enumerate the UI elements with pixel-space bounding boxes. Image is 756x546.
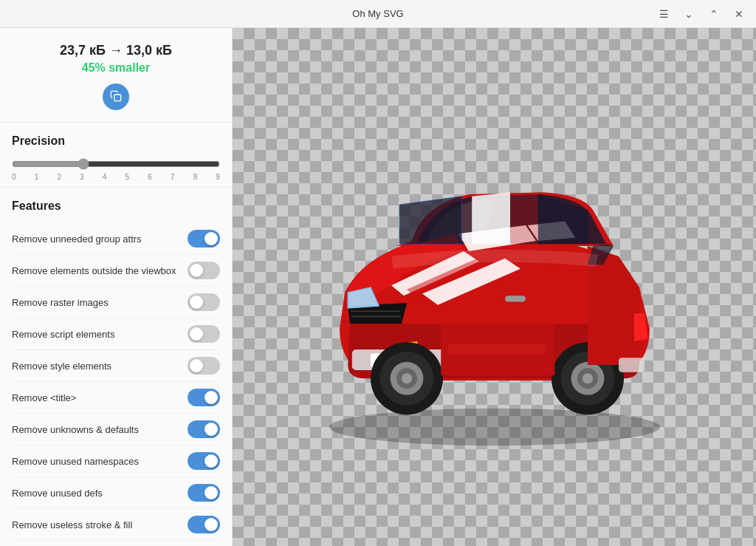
chevron-down-button[interactable]: ⌄ bbox=[678, 3, 700, 25]
svg-rect-15 bbox=[505, 296, 526, 301]
precision-title: Precision bbox=[12, 134, 220, 148]
precision-section: Precision 0 1 2 3 4 5 6 7 8 9 bbox=[0, 123, 232, 188]
toggle-slider bbox=[188, 230, 220, 248]
feature-label: Remove <title> bbox=[12, 392, 76, 403]
svg-rect-0 bbox=[114, 95, 121, 101]
toggle-slider bbox=[188, 452, 220, 470]
main-content: 23,7 кБ → 13,0 кБ 45% smaller Precision bbox=[0, 28, 756, 546]
features-title: Features bbox=[12, 199, 220, 213]
feature-toggle[interactable] bbox=[188, 420, 220, 438]
feature-toggle[interactable] bbox=[188, 389, 220, 406]
feature-row: Remove unused defs bbox=[12, 477, 220, 509]
app-title: Oh My SVG bbox=[352, 8, 403, 19]
feature-row: Remove useless stroke & fill bbox=[12, 509, 220, 541]
feature-label: Remove script elements bbox=[12, 329, 114, 340]
toggle-slider bbox=[188, 293, 220, 311]
copy-icon bbox=[110, 90, 122, 104]
svg-point-1 bbox=[329, 408, 660, 445]
features-list: Remove unneeded group attrsRemove elemen… bbox=[12, 223, 220, 541]
feature-toggle[interactable] bbox=[188, 357, 220, 375]
toggle-slider bbox=[188, 262, 220, 279]
feature-label: Remove raster images bbox=[12, 297, 109, 308]
file-size-info: 23,7 кБ → 13,0 кБ bbox=[12, 43, 220, 58]
feature-label: Remove unused namespaces bbox=[12, 456, 139, 467]
toggle-slider bbox=[188, 420, 220, 438]
left-panel: 23,7 кБ → 13,0 кБ 45% smaller Precision bbox=[0, 28, 233, 546]
feature-label: Remove useless stroke & fill bbox=[12, 519, 132, 530]
car-image bbox=[281, 73, 709, 502]
feature-toggle[interactable] bbox=[188, 452, 220, 470]
new-size: 13,0 кБ bbox=[126, 43, 172, 58]
svg-point-13 bbox=[583, 373, 593, 383]
feature-toggle[interactable] bbox=[188, 325, 220, 343]
feature-toggle[interactable] bbox=[188, 262, 220, 279]
feature-row: Remove <title> bbox=[12, 382, 220, 414]
precision-slider-wrapper: 0 1 2 3 4 5 6 7 8 9 bbox=[12, 158, 220, 181]
feature-row: Remove style elements bbox=[12, 350, 220, 382]
feature-row: Remove unneeded group attrs bbox=[12, 223, 220, 255]
chevron-up-button[interactable]: ⌃ bbox=[703, 3, 725, 25]
slider-labels: 0 1 2 3 4 5 6 7 8 9 bbox=[12, 173, 220, 181]
feature-row: Remove script elements bbox=[12, 318, 220, 350]
copy-button[interactable] bbox=[103, 83, 129, 110]
feature-toggle[interactable] bbox=[188, 293, 220, 311]
size-reduction: 45% smaller bbox=[12, 61, 220, 75]
menu-button[interactable]: ☰ bbox=[653, 3, 675, 25]
feature-toggle[interactable] bbox=[188, 230, 220, 248]
arrow-icon: → bbox=[109, 43, 123, 58]
feature-label: Remove unused defs bbox=[12, 488, 103, 499]
toggle-slider bbox=[188, 516, 220, 533]
feature-row: Remove unknowns & defaults bbox=[12, 414, 220, 446]
feature-label: Remove style elements bbox=[12, 361, 111, 372]
svg-preview bbox=[233, 28, 756, 546]
feature-label: Remove unneeded group attrs bbox=[12, 233, 142, 245]
stats-section: 23,7 кБ → 13,0 кБ 45% smaller bbox=[0, 28, 232, 123]
features-section: Features Remove unneeded group attrsRemo… bbox=[0, 188, 232, 546]
toggle-slider bbox=[188, 357, 220, 375]
toggle-slider bbox=[188, 325, 220, 343]
titlebar: Oh My SVG ☰ ⌄ ⌃ ✕ bbox=[0, 0, 756, 28]
precision-slider[interactable] bbox=[12, 158, 220, 170]
original-size: 23,7 кБ bbox=[60, 43, 106, 58]
close-button[interactable]: ✕ bbox=[728, 3, 750, 25]
feature-label: Remove unknowns & defaults bbox=[12, 424, 139, 435]
svg-point-8 bbox=[402, 373, 412, 383]
feature-row: Remove elements outside the viewbox bbox=[12, 255, 220, 287]
feature-toggle[interactable] bbox=[188, 516, 220, 533]
feature-row: Remove unused namespaces bbox=[12, 446, 220, 477]
toggle-slider bbox=[188, 389, 220, 406]
feature-label: Remove elements outside the viewbox bbox=[12, 265, 176, 276]
toggle-slider bbox=[188, 484, 220, 502]
svg-rect-14 bbox=[619, 358, 645, 372]
window-controls: ☰ ⌄ ⌃ ✕ bbox=[653, 3, 750, 25]
feature-toggle[interactable] bbox=[188, 484, 220, 502]
feature-row: Remove raster images bbox=[12, 287, 220, 318]
